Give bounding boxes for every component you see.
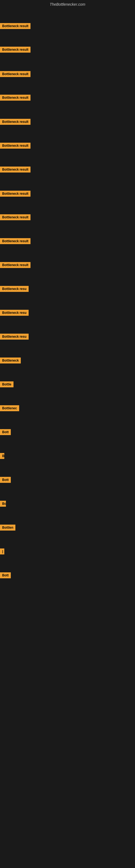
bottleneck-item-8: Bottleneck result xyxy=(0,191,31,198)
bottleneck-badge-4: Bottleneck result xyxy=(0,95,31,101)
bottleneck-badge-9: Bottleneck result xyxy=(0,214,31,220)
bottleneck-item-4: Bottleneck result xyxy=(0,95,31,102)
bottleneck-badge-19: B xyxy=(0,453,4,459)
bottleneck-item-13: Bottleneck resu xyxy=(0,310,29,317)
bottleneck-badge-14: Bottleneck resu xyxy=(0,334,29,340)
bottleneck-item-22: Bottlen xyxy=(0,525,15,532)
bottleneck-badge-12: Bottleneck resu xyxy=(0,286,29,292)
bottleneck-badge-3: Bottleneck result xyxy=(0,71,31,77)
bottleneck-badge-20: Bott xyxy=(0,477,11,483)
bottleneck-badge-2: Bottleneck result xyxy=(0,46,31,53)
bottleneck-item-20: Bott xyxy=(0,477,11,484)
bottleneck-item-1: Bottleneck result xyxy=(0,23,31,30)
bottleneck-badge-16: Bottle xyxy=(0,381,13,388)
bottleneck-badge-10: Bottleneck result xyxy=(0,238,31,244)
bottleneck-badge-8: Bottleneck result xyxy=(0,191,31,197)
bottleneck-item-11: Bottleneck result xyxy=(0,262,31,269)
bottleneck-badge-21: Bo xyxy=(0,501,6,507)
bottleneck-item-5: Bottleneck result xyxy=(0,119,31,126)
bottleneck-item-23: | xyxy=(0,549,4,556)
bottleneck-badge-15: Bottleneck xyxy=(0,358,21,364)
bottleneck-item-21: Bo xyxy=(0,501,6,508)
bottleneck-item-19: B xyxy=(0,453,4,460)
bottleneck-item-24: Bott xyxy=(0,572,11,579)
bottleneck-item-14: Bottleneck resu xyxy=(0,334,29,341)
bottleneck-item-7: Bottleneck result xyxy=(0,166,31,174)
bottleneck-item-10: Bottleneck result xyxy=(0,238,31,245)
bottleneck-item-15: Bottleneck xyxy=(0,358,21,365)
bottleneck-badge-22: Bottlen xyxy=(0,525,15,531)
bottleneck-badge-17: Bottlenec xyxy=(0,405,19,411)
bottleneck-item-2: Bottleneck result xyxy=(0,46,31,54)
bottleneck-badge-7: Bottleneck result xyxy=(0,166,31,173)
bottleneck-badge-24: Bott xyxy=(0,572,11,578)
bottleneck-item-16: Bottle xyxy=(0,381,13,389)
bottleneck-item-18: Bott xyxy=(0,429,11,436)
bottleneck-item-3: Bottleneck result xyxy=(0,71,31,78)
bottleneck-item-17: Bottlenec xyxy=(0,405,19,412)
bottleneck-item-9: Bottleneck result xyxy=(0,214,31,221)
bottleneck-badge-18: Bott xyxy=(0,429,11,435)
bottleneck-item-12: Bottleneck resu xyxy=(0,286,29,293)
bottleneck-badge-5: Bottleneck result xyxy=(0,119,31,125)
bottleneck-item-6: Bottleneck result xyxy=(0,143,31,150)
bottleneck-badge-1: Bottleneck result xyxy=(0,23,31,29)
bottleneck-badge-13: Bottleneck resu xyxy=(0,310,29,316)
site-title: TheBottlenecker.com xyxy=(0,0,135,8)
bottleneck-badge-11: Bottleneck result xyxy=(0,262,31,268)
bottleneck-badge-6: Bottleneck result xyxy=(0,143,31,149)
bottleneck-badge-23: | xyxy=(0,549,4,554)
